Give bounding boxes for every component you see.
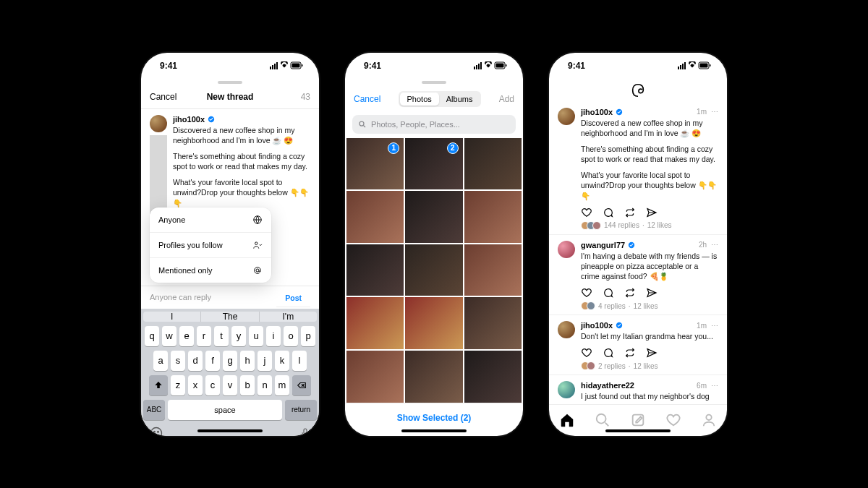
avatar[interactable] (558, 108, 575, 125)
reply-icon[interactable] (603, 347, 614, 359)
avatar[interactable] (558, 381, 575, 398)
key-row-3[interactable]: zxcvbnm (143, 375, 317, 395)
tab-profile-icon[interactable] (701, 412, 717, 428)
avatar[interactable] (150, 115, 167, 132)
share-icon[interactable] (646, 287, 658, 299)
status-time: 9:41 (568, 61, 585, 71)
status-time: 9:41 (160, 61, 177, 71)
picker-add-button[interactable]: Add (499, 94, 514, 104)
compose-body: jiho100x Discovered a new coffee shop in… (141, 109, 319, 286)
compose-topbar: Cancel New thread 43 (141, 86, 319, 109)
replies-count[interactable]: 144 replies (604, 221, 639, 229)
photo-thumb[interactable] (405, 297, 462, 349)
threads-logo-icon[interactable] (630, 82, 646, 98)
audience-mentioned[interactable]: Mentioned only (150, 258, 271, 283)
verified-icon (616, 322, 623, 329)
audience-following[interactable]: Profiles you follow (150, 233, 271, 258)
home-indicator[interactable] (401, 429, 467, 432)
avatar[interactable] (558, 241, 575, 258)
photo-thumb[interactable] (346, 297, 404, 349)
picker-search[interactable]: Photos, People, Places... (352, 115, 516, 134)
photo-thumb[interactable]: 1 (346, 138, 404, 190)
photo-thumb[interactable] (405, 351, 462, 403)
emoji-key-icon[interactable] (149, 426, 163, 436)
svg-point-35 (707, 415, 712, 420)
post-more-icon[interactable]: ⋯ (711, 382, 718, 390)
cancel-button[interactable]: Cancel (150, 92, 186, 102)
likes-count[interactable]: 12 likes (647, 221, 672, 229)
compose-textarea[interactable]: Discovered a new coffee shop in my neigh… (173, 125, 310, 208)
like-icon[interactable] (581, 287, 592, 299)
sheet-handle[interactable] (141, 79, 319, 86)
shift-key[interactable] (149, 375, 168, 395)
photo-thumb[interactable] (464, 244, 522, 296)
svg-rect-2 (274, 64, 276, 69)
photo-thumb[interactable] (346, 351, 404, 403)
photo-thumb[interactable] (464, 138, 522, 190)
key-row-1[interactable]: qwertyuiop (143, 326, 317, 346)
keyboard[interactable]: I The I'm qwertyuiop asdfghjkl zxcvbnm A… (141, 309, 319, 436)
svg-point-13 (158, 431, 159, 432)
repost-icon[interactable] (624, 347, 636, 359)
segment-photos[interactable]: Photos (400, 93, 439, 106)
post-username[interactable]: jiho100x (581, 108, 613, 116)
tab-search-icon[interactable] (595, 412, 610, 428)
sheet-handle[interactable] (345, 79, 523, 86)
like-icon[interactable] (581, 347, 592, 359)
repost-icon[interactable] (624, 287, 636, 299)
people-icon (252, 240, 263, 250)
picker-cancel-button[interactable]: Cancel (354, 94, 380, 104)
photo-thumb[interactable] (405, 191, 462, 243)
feed-post[interactable]: jiho100x 1m ⋯ Discovered a new coffee sh… (549, 102, 727, 235)
home-indicator[interactable] (197, 429, 263, 432)
return-key[interactable]: return (285, 400, 317, 420)
feed[interactable]: jiho100x 1m ⋯ Discovered a new coffee sh… (549, 102, 727, 404)
share-icon[interactable] (646, 347, 658, 359)
reply-hint[interactable]: Anyone can reply (150, 293, 211, 301)
composer-username[interactable]: jiho100x (173, 115, 205, 124)
facepile[interactable] (581, 221, 601, 230)
tab-activity-icon[interactable] (665, 412, 681, 428)
post-username[interactable]: gwangurl77 (581, 241, 625, 249)
tab-home-icon[interactable] (559, 412, 575, 428)
picker-segmented[interactable]: Photos Albums (399, 91, 482, 107)
segment-albums[interactable]: Albums (439, 93, 480, 106)
key-row-4[interactable]: ABC space return (143, 400, 317, 420)
home-indicator[interactable] (605, 429, 671, 432)
photo-thumb[interactable] (464, 191, 522, 243)
photo-thumb[interactable] (464, 297, 522, 349)
svg-rect-23 (678, 67, 679, 69)
photo-grid[interactable]: 1 2 (345, 138, 523, 403)
space-key[interactable]: space (168, 400, 282, 420)
dictation-key-icon[interactable] (299, 426, 311, 436)
post-more-icon[interactable]: ⋯ (711, 241, 718, 249)
verified-icon (616, 108, 623, 116)
audience-anyone[interactable]: Anyone (150, 207, 271, 233)
feed-post[interactable]: gwangurl77 2h⋯ I'm having a debate with … (549, 235, 727, 316)
photo-thumb[interactable] (346, 244, 404, 296)
photo-thumb[interactable] (464, 351, 522, 403)
post-button[interactable]: Post (276, 288, 310, 307)
abc-key[interactable]: ABC (143, 400, 165, 420)
key-row-2[interactable]: asdfghjkl (143, 351, 317, 371)
avatar[interactable] (558, 321, 575, 338)
post-more-icon[interactable]: ⋯ (711, 108, 718, 116)
post-more-icon[interactable]: ⋯ (711, 322, 718, 330)
feed-post[interactable]: hidayathere22 6m⋯ I just found out that … (549, 375, 727, 403)
svg-point-12 (154, 431, 156, 432)
photo-thumb[interactable] (405, 244, 462, 296)
repost-icon[interactable] (624, 207, 636, 218)
show-selected-button[interactable]: Show Selected (2) (345, 403, 523, 433)
backspace-key[interactable] (292, 375, 311, 395)
photo-thumb[interactable]: 2 (405, 138, 462, 190)
share-icon[interactable] (646, 207, 658, 218)
reply-icon[interactable] (603, 207, 614, 218)
like-icon[interactable] (581, 207, 592, 218)
svg-rect-26 (684, 62, 686, 69)
svg-rect-28 (700, 64, 708, 68)
reply-icon[interactable] (603, 287, 614, 299)
photo-thumb[interactable] (346, 191, 404, 243)
tab-new-post-icon[interactable] (630, 412, 646, 428)
feed-post[interactable]: jiho100x 1m⋯ Don't let my Italian grandm… (549, 315, 727, 375)
keyboard-predictions[interactable]: I The I'm (143, 312, 317, 322)
